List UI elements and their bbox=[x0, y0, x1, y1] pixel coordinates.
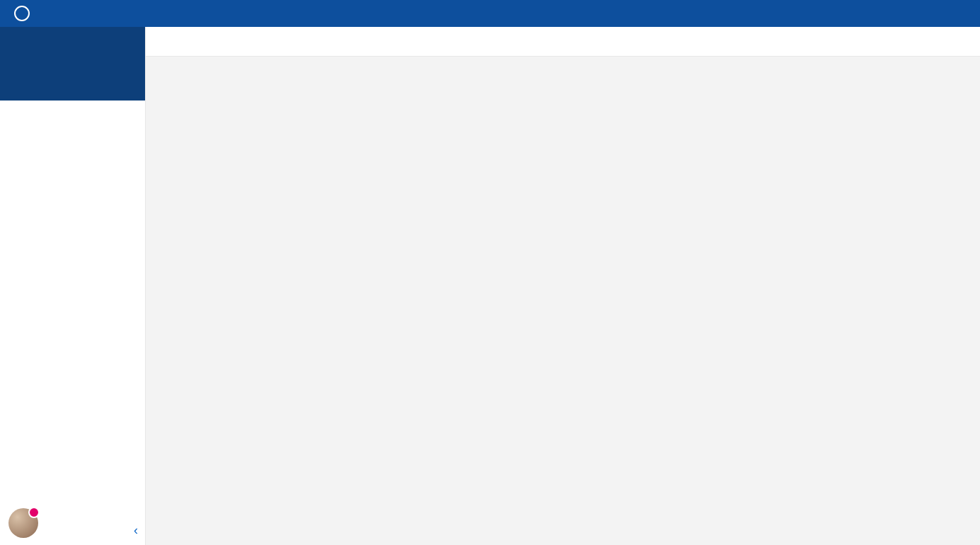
brand-logo[interactable] bbox=[11, 6, 30, 21]
main bbox=[146, 27, 980, 545]
collapse-sidebar-icon[interactable]: ‹ bbox=[134, 523, 138, 538]
avatar[interactable] bbox=[8, 508, 38, 538]
company-header bbox=[0, 27, 145, 101]
breadcrumb-bar bbox=[146, 27, 980, 57]
avatar-badge bbox=[28, 507, 40, 518]
sidebar: ‹ bbox=[0, 27, 146, 545]
kpi-canvas[interactable] bbox=[146, 57, 980, 545]
topbar bbox=[0, 0, 980, 27]
brand-ring-icon bbox=[14, 6, 30, 21]
